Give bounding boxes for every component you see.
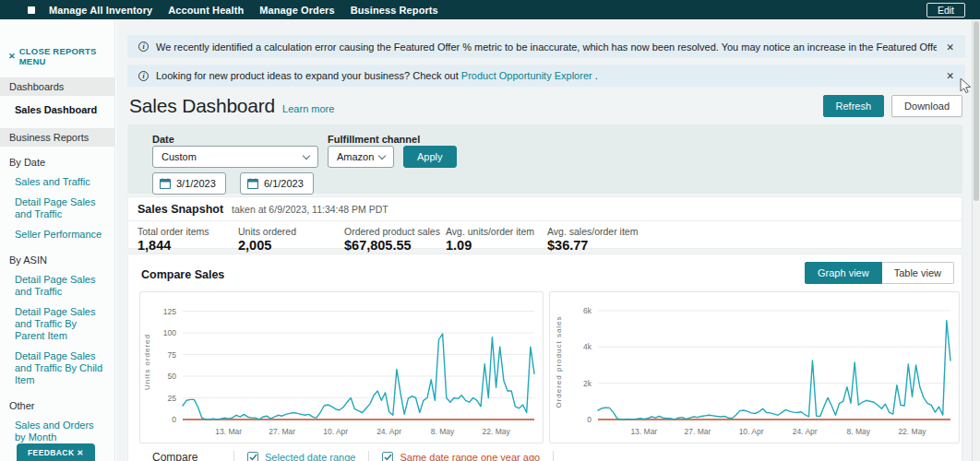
svg-text:22. May: 22. May: [482, 427, 510, 436]
compare-label: Compare: [152, 451, 233, 461]
svg-text:2k: 2k: [583, 379, 592, 388]
notice-banner-product-opportunity: i Looking for new product ideas to expan…: [127, 65, 965, 87]
date-range-select[interactable]: Custom: [152, 146, 318, 168]
banner-close-icon[interactable]: ✕: [937, 70, 954, 81]
fulfillment-channel-value: Amazon: [329, 151, 374, 162]
metric-label: Total order items: [137, 226, 238, 237]
svg-text:13. Mar: 13. Mar: [215, 427, 242, 436]
legend-label: Same date range one year ago: [400, 452, 540, 461]
sales-snapshot-card: Sales Snapshot taken at 6/9/2023, 11:34:…: [127, 196, 962, 249]
refresh-button[interactable]: Refresh: [823, 95, 885, 117]
sidebar-item-sales-dashboard[interactable]: Sales Dashboard: [0, 96, 114, 117]
edit-button[interactable]: Edit: [926, 3, 965, 18]
legend-same-date-range-one-year-ago[interactable]: Same date range one year ago: [369, 452, 553, 461]
top-nav-manage-all-inventory[interactable]: Manage All Inventory: [49, 5, 152, 16]
download-button[interactable]: Download: [891, 95, 962, 117]
sidebar-link-sales-and-traffic[interactable]: Sales and Traffic: [0, 171, 114, 192]
sidebar-link-detail-page-sales-and-traffic-by-child-item[interactable]: Detail Page Sales and Traffic By Child I…: [0, 346, 114, 390]
svg-text:75: 75: [168, 350, 177, 360]
sidebar-section-business-reports: Business Reports: [0, 128, 114, 147]
apply-button[interactable]: Apply: [403, 146, 457, 168]
top-nav-links: Manage All InventoryAccount HealthManage…: [49, 5, 438, 16]
date-range-value: Custom: [153, 151, 197, 162]
metric-label: Avg. units/order item: [446, 226, 547, 237]
sidebar-group-other: Other: [9, 400, 114, 411]
sales-snapshot-header: Sales Snapshot taken at 6/9/2023, 11:34:…: [128, 197, 962, 221]
info-icon: i: [138, 41, 149, 52]
svg-text:13. Mar: 13. Mar: [630, 427, 657, 436]
page-header: Sales Dashboard Learn more Refresh Downl…: [129, 93, 962, 119]
date-from-input[interactable]: 3/1/2023: [152, 172, 226, 195]
svg-text:10. Apr: 10. Apr: [739, 427, 764, 436]
legend-selected-date-range[interactable]: Selected date range: [234, 452, 368, 461]
snapshot-timestamp: taken at 6/9/2023, 11:34:48 PM PDT: [232, 204, 388, 215]
metric-avg-units-order-item: Avg. units/order item1.09: [446, 226, 547, 253]
metric-avg-sales-order-item: Avg. sales/order item$36.77: [547, 226, 638, 253]
feedback-button[interactable]: FEEDBACK ✕: [17, 443, 95, 461]
metric-total-order-items: Total order items1,844: [137, 226, 238, 253]
svg-text:4k: 4k: [583, 342, 592, 351]
svg-text:50: 50: [168, 372, 177, 381]
svg-text:0: 0: [587, 415, 592, 424]
sidebar-link-detail-page-sales-and-traffic[interactable]: Detail Page Sales and Traffic: [0, 192, 114, 224]
close-reports-label: CLOSE REPORTS MENU: [19, 46, 114, 66]
svg-text:Units ordered: Units ordered: [143, 334, 151, 390]
sidebar-link-seller-performance[interactable]: Seller Performance: [0, 224, 114, 244]
view-toggle: Graph view Table view: [805, 262, 954, 284]
product-opportunity-explorer-link[interactable]: Product Opportunity Explorer: [461, 70, 592, 81]
banner-text-suffix: .: [592, 70, 598, 81]
sidebar-link-detail-page-sales-and-traffic-by-parent-item[interactable]: Detail Page Sales and Traffic By Parent …: [0, 301, 114, 346]
sidebar-link-sales-and-orders-by-month[interactable]: Sales and Orders by Month: [0, 415, 114, 447]
table-view-button[interactable]: Table view: [882, 262, 954, 284]
top-nav-account-health[interactable]: Account Health: [168, 5, 244, 16]
date-filter-label: Date: [152, 134, 174, 145]
chevron-down-icon: [303, 151, 310, 159]
chevron-down-icon: [378, 151, 386, 159]
svg-text:6k: 6k: [583, 306, 592, 315]
sidebar-link-detail-page-sales-and-traffic[interactable]: Detail Page Sales and Traffic: [0, 269, 114, 301]
seller-central-screen: Manage All InventoryAccount HealthManage…: [0, 0, 980, 461]
banner-text-prefix: Looking for new product ideas to expand …: [156, 70, 461, 81]
scrollbar-thumb[interactable]: [974, 21, 979, 201]
sidebar-report-groups: By DateSales and TrafficDetail Page Sale…: [0, 157, 114, 447]
sidebar-group-by-asin: By ASIN: [9, 254, 114, 266]
compare-sales-card: Compare Sales Graph view Table view 0255…: [127, 254, 962, 461]
compare-sales-header: Compare Sales: [141, 266, 224, 282]
checkbox-checked-icon[interactable]: [247, 452, 258, 461]
date-to-input[interactable]: 6/1/2023: [240, 172, 314, 195]
svg-text:27. Mar: 27. Mar: [685, 427, 711, 436]
svg-text:125: 125: [163, 307, 176, 316]
top-navigation-bar: Manage All InventoryAccount HealthManage…: [0, 0, 980, 19]
date-to-value: 6/1/2023: [264, 178, 304, 189]
metric-value: 1,844: [137, 238, 238, 253]
metric-label: Ordered product sales: [344, 226, 446, 237]
calendar-icon: [247, 178, 258, 189]
date-from-value: 3/1/2023: [176, 178, 216, 189]
checkbox-checked-icon[interactable]: [382, 452, 393, 461]
svg-text:0: 0: [172, 415, 176, 424]
metric-value: 1.09: [446, 238, 547, 253]
metric-value: $67,805.55: [344, 238, 446, 253]
fulfillment-channel-select[interactable]: Amazon: [328, 146, 394, 168]
svg-text:10. Apr: 10. Apr: [323, 427, 348, 436]
top-nav-business-reports[interactable]: Business Reports: [351, 5, 438, 16]
top-nav-manage-orders[interactable]: Manage Orders: [259, 5, 334, 16]
learn-more-link[interactable]: Learn more: [282, 103, 334, 114]
svg-text:8. May: 8. May: [431, 427, 455, 436]
banner-close-icon[interactable]: ✕: [937, 41, 954, 53]
metric-value: $36.77: [547, 238, 638, 253]
app-square-icon[interactable]: [28, 6, 35, 14]
banner-text: We recently identified a calculation err…: [156, 41, 937, 53]
filter-panel: Date Custom 3/1/2023 6/1/2023 Fulfillmen…: [127, 124, 962, 194]
page-title: Sales Dashboard: [129, 95, 275, 117]
divider: [553, 451, 554, 461]
snapshot-metrics: Total order items1,844Units ordered2,005…: [128, 221, 962, 253]
ordered-product-sales-chart: 02k4k6kOrdered product sales13. Mar27. M…: [549, 291, 960, 443]
svg-text:8. May: 8. May: [847, 427, 871, 436]
close-reports-menu[interactable]: ✕ CLOSE REPORTS MENU: [8, 46, 114, 66]
graph-view-button[interactable]: Graph view: [805, 262, 882, 284]
vertical-scrollbar[interactable]: [972, 19, 980, 461]
svg-text:24. Apr: 24. Apr: [376, 427, 401, 436]
svg-text:Ordered product sales: Ordered product sales: [555, 315, 563, 408]
sidebar-section-dashboards: Dashboards: [0, 77, 114, 96]
